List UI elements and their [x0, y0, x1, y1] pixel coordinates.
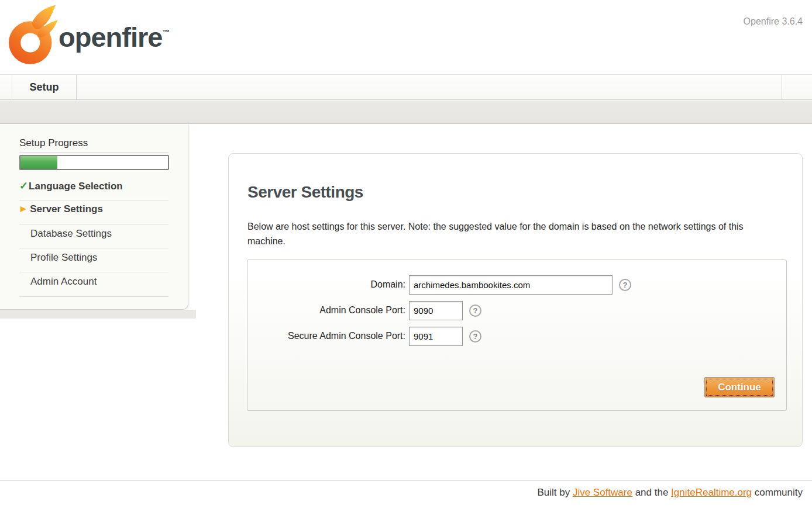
divider [19, 224, 168, 224]
page-description: Below are host settings for this server.… [247, 219, 762, 248]
admin-console-port-label: Admin Console Port: [247, 305, 409, 316]
tab-bar-separator [782, 75, 782, 100]
version-label: Openfire 3.6.4 [744, 16, 803, 27]
divider [19, 296, 168, 297]
secure-admin-console-port-help-icon[interactable]: ? [469, 330, 481, 343]
divider [19, 248, 168, 248]
admin-console-port-help-icon[interactable]: ? [469, 305, 481, 317]
sidebar-title: Setup Progress [19, 137, 88, 149]
tab-bar: Setup [0, 74, 812, 100]
divider [19, 152, 168, 153]
sidebar-item-server-settings: ▶Server Settings [19, 203, 171, 216]
divider [19, 200, 168, 200]
jive-software-link[interactable]: Jive Software [573, 487, 632, 498]
openfire-wordmark: openfire™ [59, 21, 170, 53]
secure-admin-console-port-input[interactable] [409, 327, 463, 346]
domain-label: Domain: [247, 279, 409, 290]
domain-input[interactable] [409, 275, 613, 295]
domain-help-icon[interactable]: ? [619, 279, 631, 291]
sub-nav-bar [0, 101, 812, 124]
footer-text: and the [632, 487, 671, 498]
page-title: Server Settings [247, 183, 363, 202]
sidebar-bottom-strip [0, 310, 196, 319]
footer-text: Built by [537, 487, 572, 498]
trademark-symbol: ™ [162, 28, 170, 37]
openfire-logo-icon [8, 4, 62, 69]
page: openfire™ Openfire 3.6.4 Setup Setup Pro… [0, 0, 812, 512]
igniterealtime-link[interactable]: IgniteRealtime.org [671, 487, 752, 498]
tab-setup[interactable]: Setup [12, 75, 77, 100]
sidebar-item-admin-account: Admin Account [19, 276, 171, 289]
sidebar-item-profile-settings: Profile Settings [19, 252, 171, 265]
current-step-arrow-icon: ▶ [20, 205, 26, 213]
setup-progress-sidebar: Setup Progress ✓Language Selection ▶Serv… [0, 124, 188, 310]
sidebar-item-database-settings: Database Settings [19, 228, 171, 241]
footer-text: community [752, 487, 803, 498]
progress-fill [20, 156, 57, 169]
footer-divider [0, 480, 812, 482]
divider [19, 272, 168, 272]
check-icon: ✓ [19, 180, 28, 192]
footer-credits: Built by Jive Software and the IgniteRea… [537, 487, 803, 499]
sidebar-item-language-selection: ✓Language Selection [19, 179, 171, 192]
server-settings-form: Domain: ? Admin Console Port: ? Secure A… [247, 260, 787, 411]
continue-button[interactable]: Continue [704, 377, 775, 397]
header: openfire™ Openfire 3.6.4 [0, 0, 812, 74]
server-settings-panel: Server Settings Below are host settings … [228, 153, 803, 447]
admin-console-port-input[interactable] [409, 301, 463, 320]
setup-progress-bar [19, 155, 169, 170]
secure-admin-console-port-label: Secure Admin Console Port: [247, 331, 409, 341]
